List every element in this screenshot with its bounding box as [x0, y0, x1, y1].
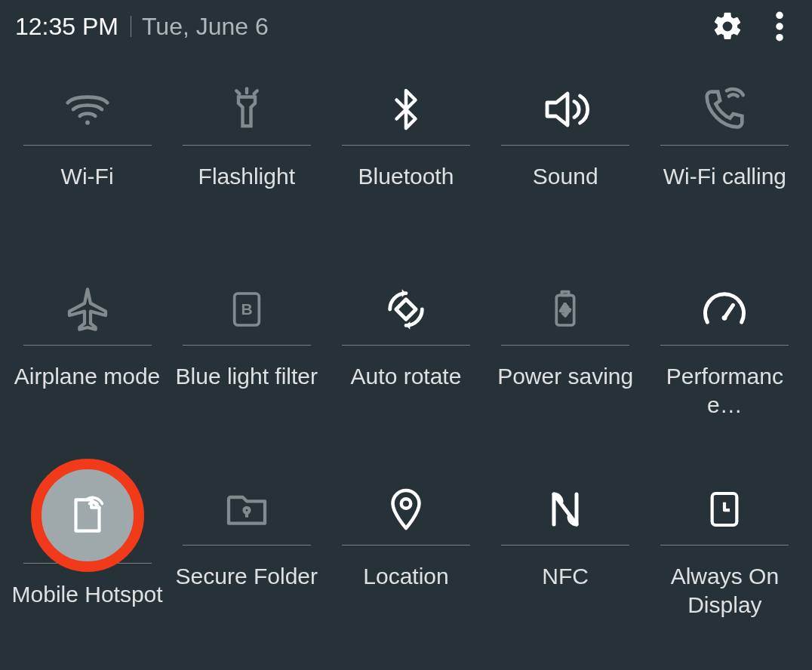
svg-point-3: [85, 121, 90, 125]
tile-divider: [660, 145, 789, 146]
tile-label: Sound: [486, 162, 645, 191]
flashlight-icon: [167, 75, 326, 143]
svg-line-5: [236, 91, 239, 94]
wifi-calling-tile[interactable]: Wi-Fi calling: [645, 68, 804, 268]
svg-point-1: [776, 23, 783, 30]
auto-rotate-icon: [326, 275, 485, 343]
header-divider: [131, 16, 131, 37]
tile-label: Wi-Fi calling: [645, 162, 804, 191]
more-options-icon[interactable]: [774, 10, 785, 43]
wifi-icon: [8, 75, 167, 143]
always-on-display-tile[interactable]: Always On Display: [645, 468, 804, 668]
airplane-icon: [8, 275, 167, 343]
blue-light-icon: B: [167, 275, 326, 343]
clock-date: Tue, June 6: [142, 13, 711, 41]
power-saving-tile[interactable]: Power saving: [486, 268, 645, 468]
tile-label: Wi-Fi: [8, 162, 167, 191]
tile-label: Airplane mode: [8, 362, 167, 391]
blue-light-filter-tile[interactable]: B Blue light filter: [167, 268, 326, 468]
performance-tile[interactable]: Performanc e…: [645, 268, 804, 468]
tile-label: Performanc e…: [645, 362, 804, 420]
sound-icon: [486, 75, 645, 143]
secure-folder-tile[interactable]: Secure Folder: [167, 468, 326, 668]
tile-divider: [183, 345, 311, 346]
tile-label: Auto rotate: [326, 362, 485, 391]
tile-label: NFC: [486, 562, 645, 591]
svg-rect-13: [562, 292, 569, 296]
tile-divider: [183, 145, 311, 146]
status-bar-header: 12:35 PM Tue, June 6: [0, 0, 812, 53]
highlight-ring: [8, 475, 167, 543]
performance-icon: [645, 275, 804, 343]
tile-label: Secure Folder: [167, 562, 326, 591]
svg-marker-11: [406, 321, 410, 330]
tile-divider: [23, 145, 152, 146]
tile-label: Bluetooth: [326, 162, 485, 191]
tile-divider: [183, 545, 311, 546]
tile-label: Mobile Hotspot: [8, 580, 167, 609]
clock-time: 12:35 PM: [15, 13, 118, 41]
svg-point-15: [722, 315, 727, 321]
wifi-calling-icon: [645, 75, 804, 143]
bluetooth-icon: [326, 75, 485, 143]
wifi-tile[interactable]: Wi-Fi: [8, 68, 167, 268]
tile-divider: [342, 345, 470, 346]
tile-label: Blue light filter: [167, 362, 326, 391]
nfc-icon: [486, 475, 645, 543]
tile-label: Flashlight: [167, 162, 326, 191]
auto-rotate-tile[interactable]: Auto rotate: [326, 268, 485, 468]
nfc-tile[interactable]: NFC: [486, 468, 645, 668]
power-saving-icon: [486, 275, 645, 343]
header-actions: [711, 10, 797, 43]
flashlight-tile[interactable]: Flashlight: [167, 68, 326, 268]
tile-divider: [501, 145, 629, 146]
tile-divider: [342, 545, 470, 546]
secure-folder-icon: [167, 475, 326, 543]
svg-point-0: [776, 12, 783, 20]
mobile-hotspot-icon: [64, 492, 111, 539]
sound-tile[interactable]: Sound: [486, 68, 645, 268]
tile-divider: [23, 345, 152, 346]
location-icon: [326, 475, 485, 543]
tile-divider: [660, 345, 789, 346]
svg-text:B: B: [241, 300, 252, 318]
location-tile[interactable]: Location: [326, 468, 485, 668]
svg-point-16: [244, 508, 249, 513]
tile-divider: [501, 545, 629, 546]
tile-label: Always On Display: [645, 562, 804, 619]
tile-divider: [660, 545, 789, 546]
bluetooth-tile[interactable]: Bluetooth: [326, 68, 485, 268]
tile-divider: [342, 145, 470, 146]
always-on-display-icon: [645, 475, 804, 543]
svg-line-6: [254, 91, 257, 94]
settings-icon[interactable]: [711, 10, 744, 43]
svg-point-2: [776, 34, 783, 41]
svg-point-18: [401, 499, 411, 509]
svg-rect-9: [396, 300, 416, 319]
tile-label: Power saving: [486, 362, 645, 391]
airplane-mode-tile[interactable]: Airplane mode: [8, 268, 167, 468]
quick-settings-grid: Wi-Fi Flashlight Bluetooth: [0, 53, 812, 668]
tile-divider: [501, 345, 629, 346]
mobile-hotspot-tile[interactable]: Mobile Hotspot: [8, 468, 167, 668]
svg-marker-10: [402, 289, 406, 297]
tile-label: Location: [326, 562, 485, 591]
